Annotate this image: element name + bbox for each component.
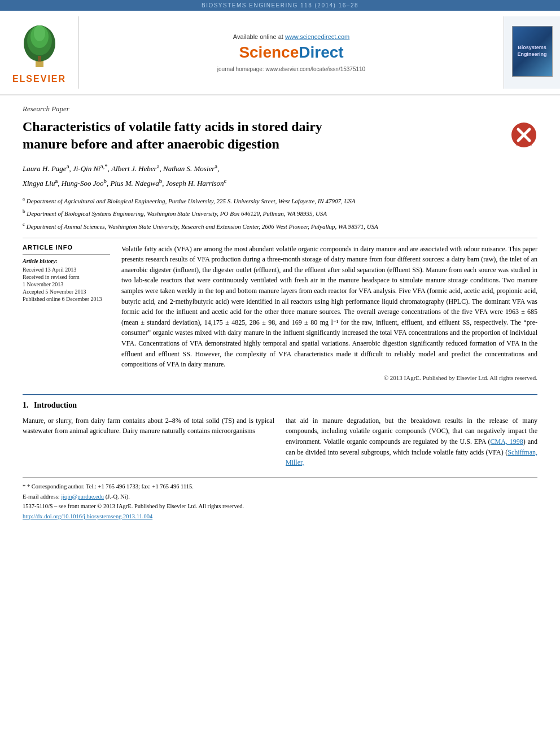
article-history-label: Article history: [23,258,110,264]
abstract-section: Volatile fatty acids (VFA) are among the… [121,244,537,383]
email-link[interactable]: jiqin@purdue.edu [61,493,104,500]
svg-text:CrossMark: CrossMark [515,143,532,147]
journal-citation: BIOSYSTEMS ENGINEERING 118 (2014) 16–28 [202,2,358,8]
footnote-doi: http://dx.doi.org/10.1016/j.biosystemsen… [23,512,537,521]
section-title: Introduction [34,401,77,409]
elsevier-logo: ELSEVIER [0,16,79,89]
sciencedirect-logo: ScienceDirect [239,43,343,62]
intro-heading: 1. Introduction [23,401,537,410]
intro-body: Manure, or slurry, from dairy farm conta… [23,416,537,468]
title-row: Characteristics of volatile fatty acids … [23,118,537,161]
header-center: Available online at www.sciencedirect.co… [79,16,504,89]
elsevier-tree-icon [14,21,65,72]
svg-rect-5 [38,56,41,62]
top-bar: BIOSYSTEMS ENGINEERING 118 (2014) 16–28 [0,0,560,11]
affiliations-section: a Department of Agricultural and Biologi… [23,195,537,230]
article-type-label: Research Paper [23,104,537,113]
footnote-email: E-mail address: jiqin@purdue.edu (J.-Q. … [23,492,537,501]
header-section: ELSEVIER Available online at www.science… [0,11,560,95]
affiliation-c: c Department of Animal Sciences, Washing… [23,221,537,231]
section-number: 1. [23,401,29,409]
svg-point-4 [34,25,45,41]
info-divider [23,254,110,255]
footnote-issn: 1537-5110/$ – see front matter © 2013 IA… [23,502,537,511]
copyright-text: © 2013 IAgrE. Published by Elsevier Ltd.… [121,373,537,383]
schiffman-link[interactable]: Schiffman, Miller, [286,448,537,467]
cma-link[interactable]: CMA, 1998 [491,438,523,445]
main-content: Research Paper Characteristics of volati… [0,95,560,531]
history-published: Published online 6 December 2013 [23,296,110,302]
intro-left-col: Manure, or slurry, from dairy farm conta… [23,416,274,468]
affiliation-a: a Department of Agricultural and Biologi… [23,195,537,206]
history-revised-label: Received in revised form [23,274,110,280]
available-online-text: Available online at www.sciencedirect.co… [233,33,349,40]
footnote-section: * * Corresponding author. Tel.: +1 765 4… [23,477,537,521]
crossmark-icon: CrossMark [510,121,537,148]
journal-cover-image: Biosystems Engineering [512,26,553,77]
history-received: Received 13 April 2013 [23,267,110,273]
journal-homepage-text: journal homepage: www.elsevier.com/locat… [217,66,365,72]
sciencedirect-url[interactable]: www.sciencedirect.com [285,33,349,40]
history-accepted: Accepted 5 November 2013 [23,289,110,295]
paper-title: Characteristics of volatile fatty acids … [23,118,350,153]
article-info-abstract: ARTICLE INFO Article history: Received 1… [23,244,537,383]
intro-right-text: that aid in manure degradation, but the … [286,416,537,468]
introduction-section: 1. Introduction Manure, or slurry, from … [23,394,537,468]
footnote-corresponding: * * Corresponding author. Tel.: +1 765 4… [23,482,537,491]
article-info-title: ARTICLE INFO [23,244,110,251]
intro-left-text: Manure, or slurry, from dairy farm conta… [23,416,274,436]
intro-right-col: that aid in manure degradation, but the … [286,416,537,468]
article-info-panel: ARTICLE INFO Article history: Received 1… [23,244,110,383]
separator [23,238,537,238]
affiliation-b: b Department of Biological Systems Engin… [23,208,537,218]
authors-section: Laura H. Pagea, Ji-Qin Nia,*, Albert J. … [23,161,537,190]
abstract-text: Volatile fatty acids (VFA) are among the… [121,244,537,370]
history-revised-date: 1 November 2013 [23,281,110,287]
journal-cover: Biosystems Engineering [504,16,560,89]
elsevier-brand-text: ELSEVIER [12,74,66,84]
doi-link[interactable]: http://dx.doi.org/10.1016/j.biosystemsen… [23,513,152,519]
journal-cover-label: Biosystems Engineering [515,45,550,58]
